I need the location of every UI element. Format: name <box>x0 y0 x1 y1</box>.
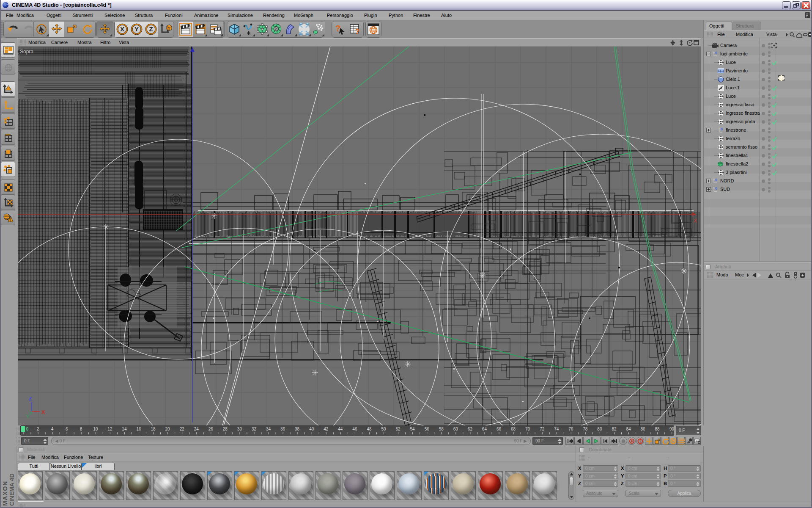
svg-text:0: 0 <box>715 51 717 55</box>
svg-text:58: 58 <box>439 427 444 431</box>
svg-text:24: 24 <box>194 427 199 431</box>
svg-text:78: 78 <box>583 427 588 431</box>
svg-text:0: 0 <box>721 127 723 131</box>
svg-text:0: 0 <box>26 427 29 431</box>
svg-text:X: X <box>120 25 124 33</box>
svg-text:MAXON: MAXON <box>2 480 8 506</box>
svg-text:90: 90 <box>669 427 675 431</box>
svg-text:Y: Y <box>134 25 139 33</box>
svg-text:70: 70 <box>525 427 530 431</box>
svg-text:P: P <box>672 439 675 444</box>
svg-text:0: 0 <box>715 178 717 182</box>
svg-text:64: 64 <box>482 427 487 431</box>
svg-text:46: 46 <box>352 427 357 431</box>
svg-text:84: 84 <box>626 427 631 431</box>
svg-text:56: 56 <box>425 427 430 431</box>
svg-text:40: 40 <box>309 427 314 431</box>
svg-text:48: 48 <box>367 427 372 431</box>
svg-text:X: X <box>694 218 697 224</box>
svg-text:36: 36 <box>280 427 285 431</box>
svg-text:Z: Z <box>29 395 32 402</box>
svg-text:68: 68 <box>511 427 516 431</box>
svg-text:52: 52 <box>396 427 401 431</box>
svg-text:20: 20 <box>165 427 170 431</box>
svg-text:32: 32 <box>252 427 257 431</box>
svg-text:14: 14 <box>122 427 127 431</box>
svg-text:28: 28 <box>223 427 228 431</box>
svg-text:86: 86 <box>641 427 646 431</box>
svg-text:0: 0 <box>715 186 717 190</box>
svg-text:Y: Y <box>26 414 30 419</box>
svg-text:44: 44 <box>338 427 343 431</box>
svg-text:2: 2 <box>37 427 39 431</box>
svg-text:Sopra: Sopra <box>20 49 33 55</box>
svg-text:?: ? <box>639 439 642 444</box>
svg-text:72: 72 <box>540 427 545 431</box>
svg-text:42: 42 <box>324 427 329 431</box>
svg-text:26: 26 <box>208 427 214 431</box>
svg-text:?: ? <box>355 28 359 35</box>
svg-text:4: 4 <box>51 427 54 431</box>
svg-text:6: 6 <box>66 427 68 431</box>
svg-text:10: 10 <box>93 427 98 431</box>
svg-text:80: 80 <box>597 427 602 431</box>
svg-text:76: 76 <box>568 427 573 431</box>
svg-text:30: 30 <box>237 427 242 431</box>
svg-text:18: 18 <box>151 427 156 431</box>
svg-text:34: 34 <box>266 427 271 431</box>
svg-text:74: 74 <box>554 427 559 431</box>
svg-text:82: 82 <box>612 427 617 431</box>
svg-text:88: 88 <box>655 427 660 431</box>
svg-text:62: 62 <box>468 427 473 431</box>
svg-text:66: 66 <box>497 427 502 431</box>
svg-text:60: 60 <box>453 427 458 431</box>
svg-text:X: X <box>41 409 45 415</box>
svg-text:38: 38 <box>295 427 300 431</box>
svg-text:22: 22 <box>180 427 185 431</box>
svg-text:8: 8 <box>80 427 82 431</box>
svg-text:CINEMA 4D: CINEMA 4D <box>8 474 15 506</box>
svg-text:50: 50 <box>381 427 386 431</box>
svg-text:Z: Z <box>149 25 153 33</box>
svg-text:12: 12 <box>107 427 112 431</box>
svg-text:16: 16 <box>136 427 141 431</box>
svg-text:54: 54 <box>410 427 415 431</box>
